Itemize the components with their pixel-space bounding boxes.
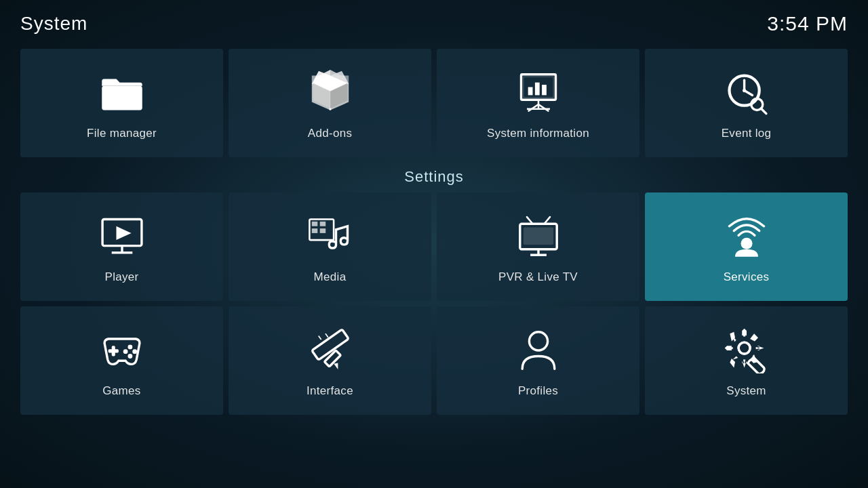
media-icon — [306, 212, 355, 261]
tile-add-ons-label: Add-ons — [308, 127, 352, 140]
svg-point-41 — [127, 345, 132, 350]
tile-system-information-label: System information — [487, 127, 589, 140]
tile-games[interactable]: Games — [20, 306, 223, 415]
settings-label: Settings — [20, 168, 848, 186]
tile-file-manager-label: File manager — [87, 127, 157, 140]
svg-point-43 — [123, 349, 127, 354]
person-icon — [514, 326, 563, 375]
svg-rect-40 — [108, 349, 118, 352]
svg-line-20 — [744, 91, 752, 96]
svg-rect-12 — [542, 85, 547, 95]
tile-event-log[interactable]: Event log — [645, 49, 848, 157]
gamepad-icon — [98, 326, 146, 375]
svg-point-38 — [741, 238, 752, 249]
tile-media[interactable]: Media — [229, 192, 431, 301]
tile-services-label: Services — [724, 270, 770, 284]
svg-point-50 — [529, 332, 547, 350]
page-title: System — [20, 13, 87, 35]
svg-point-42 — [132, 349, 137, 354]
top-tiles-row: File manager — [20, 49, 848, 157]
clock: 3:54 PM — [767, 12, 848, 35]
tile-player-label: Player — [105, 270, 139, 284]
tile-pvr-live-tv[interactable]: PVR & Live TV — [437, 192, 639, 301]
svg-rect-0 — [102, 86, 142, 110]
svg-rect-11 — [534, 83, 539, 96]
svg-line-16 — [538, 104, 549, 111]
svg-rect-29 — [319, 222, 326, 226]
wifi-person-icon — [722, 212, 771, 261]
tile-interface-label: Interface — [307, 384, 353, 398]
box-icon — [306, 68, 355, 117]
svg-line-47 — [325, 333, 328, 338]
svg-point-52 — [738, 342, 750, 354]
tile-profiles-label: Profiles — [518, 384, 558, 398]
tv-icon — [514, 212, 563, 261]
folder-icon — [98, 68, 146, 117]
tile-file-manager[interactable]: File manager — [20, 49, 223, 157]
svg-point-44 — [127, 354, 132, 359]
svg-rect-10 — [528, 87, 532, 96]
svg-rect-30 — [311, 228, 317, 233]
svg-rect-37 — [523, 227, 553, 245]
tile-media-label: Media — [314, 270, 347, 284]
settings-tiles-grid: Player Media — [20, 192, 848, 415]
svg-line-46 — [318, 336, 321, 340]
tile-event-log-label: Event log — [722, 127, 772, 140]
tile-interface[interactable]: Interface — [229, 306, 431, 415]
svg-line-22 — [761, 108, 766, 114]
clock-search-icon — [722, 68, 771, 117]
tile-system-label: System — [726, 384, 766, 398]
monitor-play-icon — [98, 212, 146, 261]
svg-rect-28 — [311, 222, 317, 226]
tile-system-information[interactable]: System information — [437, 49, 639, 157]
header: System 3:54 PM — [0, 0, 868, 42]
tile-profiles[interactable]: Profiles — [437, 306, 639, 415]
svg-line-15 — [528, 104, 538, 111]
tile-add-ons[interactable]: Add-ons — [229, 49, 431, 157]
chart-icon — [514, 68, 563, 117]
tile-system[interactable]: System — [645, 306, 848, 415]
tile-player[interactable]: Player — [20, 192, 223, 301]
ruler-pencil-icon — [306, 326, 355, 375]
svg-marker-24 — [116, 226, 131, 240]
settings-section: Settings Player — [20, 168, 848, 415]
tile-services[interactable]: Services — [645, 192, 848, 301]
gear-wrench-icon — [722, 326, 771, 375]
tile-games-label: Games — [102, 384, 140, 398]
main-content: File manager — [0, 42, 868, 427]
svg-rect-31 — [319, 228, 326, 233]
tile-pvr-live-tv-label: PVR & Live TV — [498, 270, 578, 284]
